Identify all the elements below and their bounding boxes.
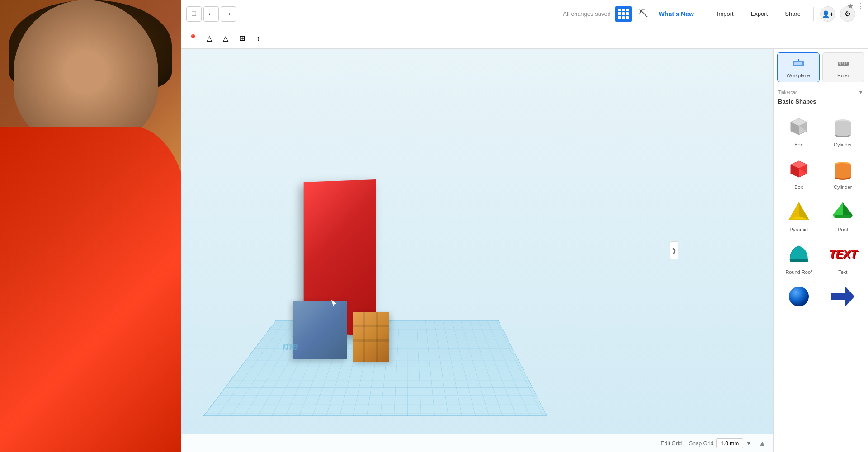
shapes-grid: Box Cylinder [774, 108, 868, 317]
saved-status: All changes saved [563, 10, 611, 17]
shape-item-box-gray[interactable]: Box [777, 109, 821, 151]
shape-item-arrow[interactable] [821, 279, 865, 315]
shape-preview-round-roof [785, 240, 812, 268]
shape-item-sphere[interactable] [777, 279, 821, 315]
shape-label-pyramid: Pyramid [790, 227, 808, 232]
grid-cell [626, 12, 629, 15]
shapes-title: Basic Shapes [774, 98, 868, 108]
shape-item-box-red[interactable]: Box [777, 152, 821, 193]
grid-cell [618, 16, 621, 19]
grid-cell [618, 9, 621, 12]
person-jacket [0, 127, 190, 452]
import-button[interactable]: Import [711, 8, 740, 20]
up-arrow-icon[interactable]: ▲ [759, 439, 766, 447]
shape-label-cylinder-gray: Cylinder [834, 142, 852, 147]
shapes-header: Tinkercad ▼ [774, 86, 868, 98]
viewport[interactable]: me ❯ Edit Grid Snap Grid ▼ ▲ [181, 49, 773, 452]
shapes-dropdown-arrow[interactable]: ▼ [858, 89, 863, 95]
toolbar-divider [704, 7, 704, 21]
shape-preview-box-gray [785, 113, 812, 140]
toolbar-center-group: All changes saved ⛏ What's New Import [563, 6, 855, 22]
viewport-watermark: me [283, 340, 298, 353]
shapes-brand-label: Tinkercad [778, 90, 798, 95]
shape-label-cylinder-orange: Cylinder [834, 184, 852, 190]
svg-rect-1 [794, 62, 802, 65]
redo-icon: → [225, 9, 232, 19]
shape-orange-block[interactable] [353, 312, 389, 362]
shape-item-round-roof[interactable]: Round Roof [777, 237, 821, 278]
tools-row: Workplane [774, 49, 868, 86]
triangle2-icon[interactable]: △ [219, 32, 232, 45]
checkbox-icon[interactable]: ☐ [186, 6, 202, 22]
grid-cell [626, 9, 629, 12]
snap-control: Snap Grid ▼ [689, 438, 751, 448]
grid-cell [618, 12, 621, 15]
shape-item-roof[interactable]: Roof [821, 194, 865, 236]
main-content: me ❯ Edit Grid Snap Grid ▼ ▲ [181, 49, 868, 452]
shape-item-pyramid[interactable]: Pyramid [777, 194, 821, 236]
toolbar: ☐ ← → All changes saved [181, 0, 868, 28]
shape-item-cylinder-orange[interactable]: Cylinder [821, 152, 865, 193]
svg-rect-29 [835, 215, 851, 218]
mirror-icon[interactable]: ↕ [251, 32, 265, 45]
app-container: ☐ ← → All changes saved [0, 0, 868, 452]
shape-label-roof: Roof [838, 227, 848, 232]
toolbar2: 📍 △ △ ⊞ ↕ [181, 28, 868, 49]
triangle1-icon[interactable]: △ [203, 32, 216, 45]
whats-new-button[interactable]: What's New [655, 9, 698, 19]
ruler-icon [836, 56, 850, 71]
shape-item-cylinder-gray[interactable]: Cylinder [821, 109, 865, 151]
grid-cell [622, 16, 625, 19]
svg-marker-33 [831, 287, 854, 306]
shape-preview-pyramid [785, 198, 812, 225]
shape-preview-text: TEXT [829, 240, 856, 268]
hammer-icon[interactable]: ⛏ [636, 7, 651, 21]
kebab-menu-icon[interactable]: ⋮ [857, 2, 864, 10]
star-icon[interactable]: ★ [847, 2, 854, 10]
grid-cell [622, 9, 625, 12]
status-bar: Edit Grid Snap Grid ▼ ▲ [181, 434, 773, 452]
shape-preview-arrow [829, 283, 856, 310]
shape-label-box-gray: Box [794, 142, 803, 147]
workplane-button[interactable]: Workplane [777, 52, 820, 82]
add-user-icon[interactable]: 👤+ [820, 6, 835, 22]
shape-label-text: Text [838, 269, 847, 275]
shape-preview-cylinder-orange [829, 155, 856, 183]
export-button[interactable]: Export [745, 8, 774, 20]
shape-preview-sphere [785, 283, 812, 310]
person-head [14, 0, 158, 145]
shape-item-text[interactable]: TEXT Text [821, 237, 865, 278]
shape-blue-rect[interactable] [293, 301, 347, 359]
title-bar-icons: ★ ⋮ [847, 2, 864, 10]
workplane-icon [791, 56, 806, 71]
redo-button[interactable]: → [221, 6, 236, 22]
undo-button[interactable]: ← [203, 6, 219, 22]
grid-cell [622, 12, 625, 15]
grid-cell [626, 16, 629, 19]
workplane-label: Workplane [787, 73, 810, 78]
grid-view-button[interactable] [615, 6, 632, 22]
ruler-label: Ruler [837, 73, 849, 78]
pin-icon[interactable]: 📍 [186, 32, 200, 45]
undo-icon: ← [208, 9, 215, 19]
toolbar-divider-2 [813, 7, 814, 21]
text-shape-display: TEXT [829, 247, 857, 261]
shape-preview-roof [829, 198, 856, 225]
edit-grid-label[interactable]: Edit Grid [661, 440, 682, 447]
snap-input[interactable] [716, 438, 743, 448]
shape-label-box-red: Box [794, 184, 803, 190]
snap-unit-dropdown[interactable]: ▼ [746, 440, 751, 447]
ruler-button[interactable]: Ruler [822, 52, 865, 82]
shape-label-round-roof: Round Roof [785, 269, 812, 275]
align-icon[interactable]: ⊞ [235, 32, 249, 45]
toolbar-left: ☐ ← → [186, 6, 559, 22]
right-panel: Workplane [773, 49, 868, 452]
svg-point-32 [789, 287, 809, 306]
panel-collapse-arrow[interactable]: ❯ [670, 241, 678, 259]
svg-point-31 [790, 259, 808, 262]
shape-preview-cylinder-gray [829, 113, 856, 140]
share-button[interactable]: Share [778, 8, 807, 20]
shape-preview-box-red [785, 155, 812, 183]
snap-grid-label: Snap Grid [689, 440, 713, 447]
svg-rect-3 [838, 62, 849, 66]
